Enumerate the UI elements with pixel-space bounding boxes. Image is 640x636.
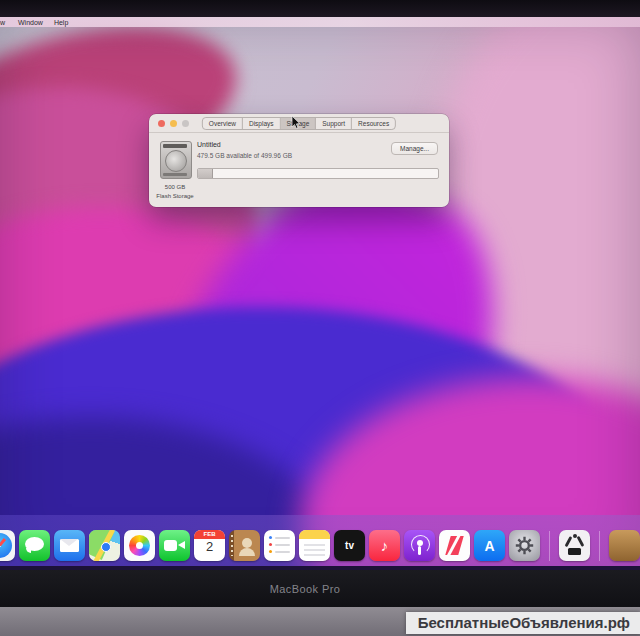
video-camera-icon (164, 540, 177, 551)
dock-icon-reminders[interactable] (264, 530, 295, 561)
laptop-top-bezel (0, 0, 640, 17)
dock-icon-system-preferences[interactable] (509, 530, 540, 561)
calendar-day: 2 (194, 539, 225, 554)
dock-icon-messages[interactable] (19, 530, 50, 561)
dock-separator (549, 531, 550, 561)
dock-icon-trash[interactable] (609, 530, 640, 561)
contact-silhouette-icon (242, 538, 252, 548)
disk-name: Untitled (197, 141, 221, 148)
tab-support[interactable]: Support (316, 118, 352, 129)
dock-icon-app-store[interactable]: A (474, 530, 505, 561)
menu-item-clipped[interactable]: w (0, 19, 7, 26)
zoom-button-disabled (182, 120, 189, 127)
traffic-lights (158, 120, 189, 127)
dock-icon-apple-tv[interactable]: tv (334, 530, 365, 561)
music-note-icon: ♪ (381, 537, 389, 554)
calendar-month-banner: FEB (194, 530, 225, 539)
watermark: БесплатныеОбъявления.рф (406, 612, 640, 634)
hard-drive-icon (160, 141, 192, 179)
disk-capacity-label: 500 GB (149, 183, 201, 192)
map-pin-icon (101, 542, 111, 552)
tab-overview[interactable]: Overview (203, 118, 243, 129)
desk-surface: БесплатныеОбъявления.рф (0, 607, 640, 636)
tv-glyph: tv (345, 540, 354, 551)
dock-icon-facetime[interactable] (159, 530, 190, 561)
gear-icon (515, 536, 534, 555)
disk-type-label: Flash Storage (149, 192, 201, 201)
tab-displays[interactable]: Displays (243, 118, 281, 129)
dock-icon-music[interactable]: ♪ (369, 530, 400, 561)
storage-usage-bar (197, 168, 439, 179)
laptop-bottom-bezel: MacBook Pro (0, 570, 640, 607)
macbook-screen: w Window Help FEB (0, 17, 640, 570)
dock-icon-podcasts[interactable] (404, 530, 435, 561)
dock-icon-photos[interactable] (124, 530, 155, 561)
storage-used-segment (198, 169, 213, 178)
mouse-cursor (291, 116, 301, 130)
disk-availability: 479.5 GB available of 499.96 GB (197, 152, 292, 159)
dock-icon-maps[interactable] (89, 530, 120, 561)
dock-icon-safari[interactable] (0, 530, 15, 561)
minimize-button[interactable] (170, 120, 177, 127)
dock-icon-calendar[interactable]: FEB 2 (194, 530, 225, 561)
menu-item-window[interactable]: Window (18, 19, 43, 26)
device-icon (568, 548, 581, 555)
dock-separator (599, 531, 600, 561)
manage-button[interactable]: Manage... (391, 142, 438, 155)
app-store-a-icon: A (484, 538, 494, 554)
close-button[interactable] (158, 120, 165, 127)
storage-pane: 500 GB Flash Storage Untitled 479.5 GB a… (149, 133, 449, 207)
dock-icon-notes[interactable] (299, 530, 330, 561)
menu-bar: w Window Help (0, 17, 640, 27)
dock-icon-utility[interactable] (559, 530, 590, 561)
menu-item-help[interactable]: Help (54, 19, 68, 26)
dock-icon-news[interactable] (439, 530, 470, 561)
macbook-pro-label: MacBook Pro (270, 583, 340, 595)
dock-icon-contacts[interactable] (229, 530, 260, 561)
dock-icon-mail[interactable] (54, 530, 85, 561)
dock: FEB 2 tv ♪ (0, 515, 640, 566)
compass-icon (0, 533, 12, 558)
tab-resources[interactable]: Resources (352, 118, 395, 129)
disk-caption: 500 GB Flash Storage (149, 183, 201, 201)
